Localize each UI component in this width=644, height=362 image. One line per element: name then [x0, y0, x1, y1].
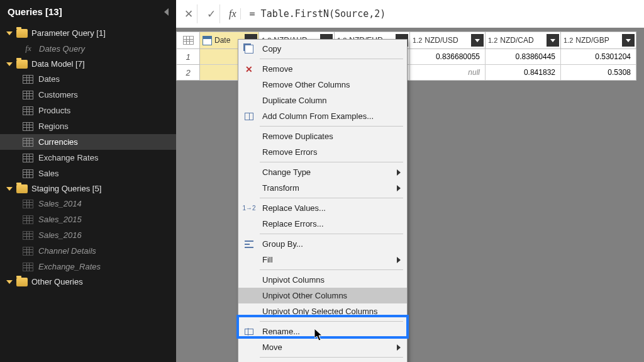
- column-header[interactable]: 1.2NZD/GBP: [561, 31, 636, 49]
- table-icon: [183, 36, 194, 45]
- menu-separator: [260, 321, 403, 322]
- menu-item-icon: [242, 147, 256, 158]
- menu-item[interactable]: Remove Other Columns: [238, 77, 407, 93]
- tree-item[interactable]: Dates: [0, 71, 176, 87]
- filter-dropdown-icon[interactable]: [471, 34, 484, 47]
- tree-item[interactable]: Exchange_Rates: [0, 259, 176, 274]
- cell[interactable]: 0.83860445: [486, 49, 561, 65]
- menu-item-label: Transform: [262, 183, 299, 193]
- fx-icon[interactable]: fx: [225, 8, 241, 20]
- menu-item-icon: [242, 43, 256, 55]
- menu-item[interactable]: 1→2Replace Values...: [238, 200, 407, 216]
- cell[interactable]: null: [410, 65, 486, 81]
- cell[interactable]: 0.5308: [561, 65, 636, 81]
- tree-item[interactable]: Currencies: [0, 134, 176, 150]
- row-number[interactable]: 1: [176, 49, 200, 65]
- menu-item[interactable]: Unpivot Other Columns: [238, 288, 407, 303]
- collapse-sidebar-icon[interactable]: [164, 8, 169, 16]
- tree-item[interactable]: Regions: [0, 118, 176, 134]
- folder-icon: [16, 184, 28, 193]
- filter-dropdown-icon[interactable]: [547, 34, 559, 47]
- tree-item[interactable]: Customers: [0, 87, 176, 103]
- queries-tree: Parameter Query [1]fxDates QueryData Mod…: [0, 23, 176, 291]
- menu-item-icon: [242, 79, 256, 91]
- tree-item-label: Channel Details: [38, 246, 96, 256]
- column-header[interactable]: 1.2NZD/CAD: [486, 31, 561, 49]
- menu-item-icon: [242, 342, 256, 353]
- formula-input[interactable]: = Table.FirstN(Source,2): [246, 8, 640, 20]
- tree-item[interactable]: Sales: [0, 166, 176, 181]
- tree-item[interactable]: Sales_2015: [0, 212, 176, 227]
- column-label: NZD/USD: [425, 36, 458, 45]
- sidebar-header: Queries [13]: [0, 0, 176, 23]
- menu-item-label: Unpivot Other Columns: [262, 291, 347, 300]
- menu-item[interactable]: Unpivot Columns: [238, 272, 407, 288]
- menu-item[interactable]: Remove Duplicates: [238, 128, 407, 144]
- tree-item-label: Exchange Rates: [38, 153, 98, 162]
- menu-item[interactable]: Change Type: [238, 164, 407, 180]
- number-type-icon: 1.2: [413, 37, 422, 44]
- cell[interactable]: 0.841832: [486, 65, 561, 81]
- filter-dropdown-icon[interactable]: [622, 34, 635, 47]
- tree-group-label: Parameter Query [1]: [31, 28, 106, 38]
- menu-item[interactable]: Move: [238, 339, 407, 355]
- tree-item[interactable]: Exchange Rates: [0, 150, 176, 166]
- tree-group-label: Other Queries: [31, 277, 83, 286]
- menu-item-icon: [242, 111, 256, 122]
- menu-item-label: Change Type: [262, 167, 311, 177]
- column-header[interactable]: 1.2NZD/USD: [410, 31, 486, 49]
- expand-icon: [6, 280, 13, 284]
- menu-item-label: Unpivot Columns: [262, 275, 325, 285]
- tree-item-label: Currencies: [38, 137, 78, 147]
- tree-item[interactable]: Sales_2016: [0, 227, 176, 243]
- table-icon: [23, 169, 33, 178]
- menu-item-icon: [242, 95, 256, 106]
- menu-item[interactable]: Unpivot Only Selected Columns: [238, 303, 407, 319]
- menu-item-label: Remove Duplicates: [262, 132, 333, 141]
- menu-item[interactable]: Group By...: [238, 236, 407, 252]
- tree-item[interactable]: fxDates Query: [0, 40, 176, 57]
- tree-item[interactable]: Products: [0, 103, 176, 118]
- tree-group[interactable]: Other Queries: [0, 274, 176, 289]
- tree-group[interactable]: Parameter Query [1]: [0, 26, 176, 40]
- menu-item[interactable]: Rename...: [238, 324, 407, 339]
- column-label: NZD/CAD: [500, 36, 533, 45]
- tree-group[interactable]: Staging Queries [5]: [0, 181, 176, 196]
- tree-group[interactable]: Data Model [7]: [0, 57, 176, 71]
- tree-item-label: Dates Query: [39, 44, 85, 54]
- menu-separator: [260, 162, 403, 162]
- expand-icon: [6, 187, 13, 191]
- menu-item[interactable]: Duplicate Column: [238, 93, 407, 108]
- menu-item-label: Remove: [262, 64, 292, 74]
- menu-item[interactable]: Add Column From Examples...: [238, 108, 407, 124]
- tree-item-label: Sales: [38, 169, 59, 178]
- menu-item[interactable]: Drill Down: [238, 359, 407, 362]
- formula-commit-button[interactable]: ✓: [203, 4, 220, 23]
- select-all-cell[interactable]: [176, 31, 200, 49]
- menu-item[interactable]: Transform: [238, 180, 407, 196]
- menu-item[interactable]: ✕Remove: [238, 61, 407, 77]
- menu-item[interactable]: Replace Errors...: [238, 216, 407, 232]
- menu-item-label: Replace Errors...: [262, 219, 324, 229]
- menu-item-icon: [242, 274, 256, 286]
- column-context-menu: Copy✕RemoveRemove Other ColumnsDuplicate…: [238, 39, 408, 362]
- menu-item-label: Group By...: [262, 239, 303, 249]
- menu-item[interactable]: Fill: [238, 252, 407, 268]
- calendar-icon: [203, 36, 212, 45]
- menu-item[interactable]: Remove Errors: [238, 144, 407, 160]
- menu-item-label: Duplicate Column: [262, 96, 327, 105]
- cell[interactable]: 0.5301204: [561, 49, 636, 65]
- folder-icon: [16, 29, 28, 38]
- cell[interactable]: 0.836680055: [410, 49, 486, 65]
- tree-item[interactable]: Channel Details: [0, 243, 176, 259]
- menu-item-icon: [242, 239, 256, 250]
- table-icon: [23, 263, 33, 271]
- menu-item[interactable]: Copy: [238, 41, 407, 57]
- table-icon: [23, 154, 33, 162]
- table-icon: [23, 215, 33, 224]
- row-number[interactable]: 2: [176, 65, 200, 81]
- formula-cancel-button[interactable]: ✕: [180, 4, 197, 23]
- menu-item-label: Remove Other Columns: [262, 80, 350, 89]
- table-icon: [23, 91, 33, 99]
- tree-item[interactable]: Sales_2014: [0, 196, 176, 212]
